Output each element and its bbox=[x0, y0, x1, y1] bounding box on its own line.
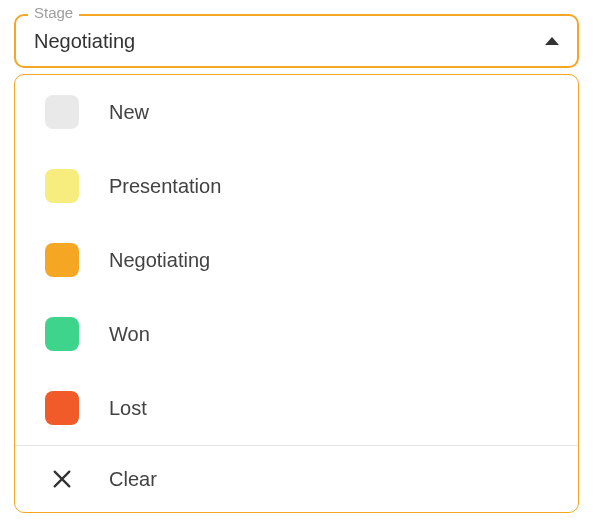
option-label: Presentation bbox=[109, 175, 221, 198]
option-negotiating[interactable]: Negotiating bbox=[15, 223, 578, 297]
stage-dropdown-panel: New Presentation Negotiating Won Lost bbox=[14, 74, 579, 513]
option-won[interactable]: Won bbox=[15, 297, 578, 371]
option-label: Negotiating bbox=[109, 249, 210, 272]
option-label: Clear bbox=[109, 468, 157, 491]
stage-select-trigger[interactable]: Negotiating bbox=[14, 14, 579, 68]
option-presentation[interactable]: Presentation bbox=[15, 149, 578, 223]
option-new[interactable]: New bbox=[15, 75, 578, 149]
selected-value: Negotiating bbox=[34, 30, 135, 53]
option-lost[interactable]: Lost bbox=[15, 371, 578, 445]
color-swatch-icon bbox=[45, 243, 79, 277]
option-label: Won bbox=[109, 323, 150, 346]
option-label: Lost bbox=[109, 397, 147, 420]
close-icon bbox=[45, 462, 79, 496]
stage-select: Stage Negotiating New Presentation Negot… bbox=[14, 14, 579, 513]
option-clear[interactable]: Clear bbox=[15, 446, 578, 512]
color-swatch-icon bbox=[45, 169, 79, 203]
option-label: New bbox=[109, 101, 149, 124]
color-swatch-icon bbox=[45, 95, 79, 129]
color-swatch-icon bbox=[45, 391, 79, 425]
field-label: Stage bbox=[28, 4, 79, 21]
color-swatch-icon bbox=[45, 317, 79, 351]
chevron-up-icon bbox=[545, 37, 559, 45]
